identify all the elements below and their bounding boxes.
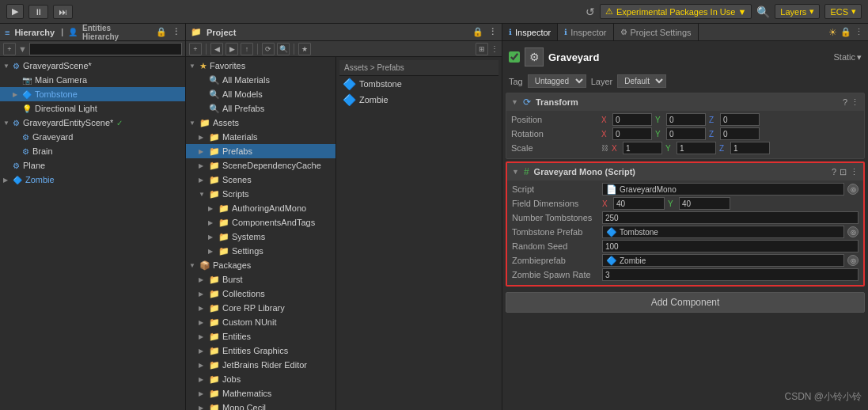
rot-z-input[interactable] <box>720 127 760 140</box>
packages-folder[interactable]: ▼ 📦 Packages <box>186 258 335 272</box>
more-icon[interactable]: ⋮ <box>172 27 180 37</box>
project-search-button[interactable]: 🔍 <box>277 43 290 55</box>
entities-graphics-folder[interactable]: ▶ 📁 Entities Graphics <box>186 344 335 358</box>
script-circle-btn[interactable]: ◎ <box>847 184 859 195</box>
custom-nunit-folder[interactable]: ▶ 📁 Custom NUnit <box>186 315 335 329</box>
tree-item-brain[interactable]: ⚙ Brain <box>0 144 185 158</box>
play-button[interactable]: ▶ <box>6 4 24 19</box>
experimental-packages-dropdown[interactable]: ⚠ Experimental Packages In Use ▼ <box>600 4 752 19</box>
tree-item-graveyard[interactable]: ⚙ Graveyard <box>0 130 185 144</box>
script-help-btn[interactable]: ? <box>832 167 836 177</box>
project-settings-tab[interactable]: ⚙ Project Settings <box>614 24 699 40</box>
lock-icon[interactable]: 🔒 <box>156 27 167 37</box>
inspector-tab-1[interactable]: ℹ Inspector <box>502 24 558 40</box>
all-materials-item[interactable]: 🔍 All Materials <box>186 73 335 87</box>
transform-header[interactable]: ▼ ⟳ Transform ? ⋮ <box>506 93 864 111</box>
zombie-prefab-ref[interactable]: 🔷 Zombie <box>602 254 844 267</box>
tree-item-tombstone[interactable]: ▶ 🔷 Tombstone <box>0 87 185 101</box>
tombstone-prefab-circle-btn[interactable]: ◎ <box>847 226 859 237</box>
scripts-folder[interactable]: ▼ 📁 Scripts <box>186 187 335 201</box>
add-component-button[interactable]: Add Component <box>506 292 865 313</box>
settings-folder[interactable]: ▶ 📁 Settings <box>186 244 335 258</box>
pos-y-input[interactable] <box>666 113 706 126</box>
collections-folder[interactable]: ▶ 📁 Collections <box>186 287 335 301</box>
zombie-prefab-circle-btn[interactable]: ◎ <box>847 255 859 266</box>
search-icon[interactable]: 🔍 <box>756 6 770 18</box>
core-rp-folder[interactable]: ▶ 📁 Core RP Library <box>186 301 335 315</box>
tree-item-graveyard-entity-scene[interactable]: ▼ ⚙ GraveyardEntityScene* ✓ <box>0 116 185 130</box>
static-dropdown-arrow[interactable]: ▾ <box>857 52 862 63</box>
prefabs-folder[interactable]: ▶ 📁 Prefabs <box>186 144 335 158</box>
transform-component: ▼ ⟳ Transform ? ⋮ Position X <box>506 93 865 159</box>
rot-y-input[interactable] <box>666 127 706 140</box>
num-tombstones-input[interactable] <box>602 211 859 224</box>
pos-x-input[interactable] <box>612 113 652 126</box>
transform-menu-btn[interactable]: ⋮ <box>851 97 859 108</box>
entities-folder[interactable]: ▶ 📁 Entities <box>186 329 335 344</box>
authoring-folder[interactable]: ▶ 📁 AuthoringAndMono <box>186 201 335 215</box>
tree-item-main-camera[interactable]: 📷 Main Camera <box>0 73 185 87</box>
field-y-input[interactable] <box>679 197 730 210</box>
graveyard-script-header[interactable]: ▼ # Graveyard Mono (Script) ? ⊡ ⋮ <box>507 163 863 180</box>
transform-help-btn[interactable]: ? <box>843 97 847 108</box>
more-icon-insp[interactable]: ⋮ <box>855 27 863 37</box>
step-button[interactable]: ⏭ <box>53 5 73 19</box>
assets-folder[interactable]: ▼ 📁 Assets <box>186 116 335 130</box>
rot-x-input[interactable] <box>612 127 652 140</box>
script-ref[interactable]: 📄 GraveyardMono <box>602 183 844 196</box>
inspector-tab-row: ℹ Inspector ℹ Inspector ⚙ Project Settin… <box>502 24 868 41</box>
project-up-button[interactable]: ↑ <box>241 43 253 55</box>
project-lock-icon[interactable]: 🔒 <box>472 27 483 37</box>
mathematics-folder[interactable]: ▶ 📁 Mathematics <box>186 386 335 401</box>
scale-z-input[interactable] <box>730 142 770 154</box>
zombie-asset[interactable]: 🔷 Zombie <box>339 92 498 108</box>
tree-item-directional-light[interactable]: 💡 Directional Light <box>0 101 185 116</box>
project-more-icon[interactable]: ⋮ <box>488 27 497 37</box>
project-refresh-button[interactable]: ⟳ <box>262 43 275 55</box>
hierarchy-search-input[interactable] <box>29 43 182 55</box>
random-seed-input[interactable] <box>602 240 859 252</box>
project-forward-button[interactable]: ▶ <box>226 43 238 55</box>
project-star-button[interactable]: ★ <box>298 43 311 55</box>
layers-dropdown[interactable]: Layers ▾ <box>775 4 820 19</box>
lock-icon-insp[interactable]: 🔒 <box>840 27 851 37</box>
project-more2-icon[interactable]: ⋮ <box>491 44 498 53</box>
field-x-input[interactable] <box>613 197 665 210</box>
tombstone-prefab-ref[interactable]: 🔷 Tombstone <box>602 226 844 238</box>
tree-item-zombie[interactable]: ▶ 🔷 Zombie <box>0 173 185 187</box>
scale-y-input[interactable] <box>677 142 716 154</box>
ecs-dropdown[interactable]: ECS ▾ <box>824 4 862 19</box>
components-folder[interactable]: ▶ 📁 ComponentsAndTags <box>186 215 335 230</box>
inspector-tab-2[interactable]: ℹ Inspector <box>558 24 613 40</box>
object-active-checkbox[interactable] <box>509 51 520 63</box>
tag-select[interactable]: Untagged <box>528 74 586 88</box>
mono-cecil-folder[interactable]: ▶ 📁 Mono Cecil <box>186 401 335 410</box>
tree-item-plane[interactable]: ⚙ Plane <box>0 158 185 173</box>
all-models-item[interactable]: 🔍 All Models <box>186 87 335 101</box>
systems-folder[interactable]: ▶ 📁 Systems <box>186 230 335 244</box>
tree-item-graveyard-scene[interactable]: ▼ ⚙ GraveyardScene* <box>0 59 185 73</box>
layer-select[interactable]: Default <box>617 74 666 88</box>
position-row: Position X Y Z <box>510 112 861 127</box>
project-layout-button[interactable]: ⊞ <box>476 43 488 55</box>
project-back-button[interactable]: ◀ <box>210 43 223 55</box>
scale-x-input[interactable] <box>623 142 662 154</box>
object-name: Graveyard <box>548 51 828 63</box>
burst-folder[interactable]: ▶ 📁 Burst <box>186 272 335 287</box>
jobs-folder[interactable]: ▶ 📁 Jobs <box>186 372 335 386</box>
jetbrains-folder[interactable]: ▶ 📁 JetBrains Rider Editor <box>186 358 335 372</box>
script-focus-btn[interactable]: ⊡ <box>840 167 847 177</box>
scenes-folder[interactable]: ▶ 📁 Scenes <box>186 173 335 187</box>
project-add-button[interactable]: + <box>189 43 202 55</box>
favorites-folder[interactable]: ▼ ★ Favorites <box>186 59 335 73</box>
hierarchy-add-button[interactable]: + <box>3 43 16 55</box>
pause-button[interactable]: ⏸ <box>28 5 48 19</box>
scene-dep-folder[interactable]: ▶ 📁 SceneDependencyCache <box>186 158 335 173</box>
history-icon[interactable]: ↺ <box>586 6 595 18</box>
script-menu-btn[interactable]: ⋮ <box>850 167 859 177</box>
all-prefabs-item[interactable]: 🔍 All Prefabs <box>186 101 335 116</box>
tombstone-asset[interactable]: 🔷 Tombstone <box>339 76 498 92</box>
zombie-spawn-input[interactable] <box>602 268 859 281</box>
pos-z-input[interactable] <box>720 113 760 126</box>
materials-folder[interactable]: ▶ 📁 Materials <box>186 130 335 144</box>
